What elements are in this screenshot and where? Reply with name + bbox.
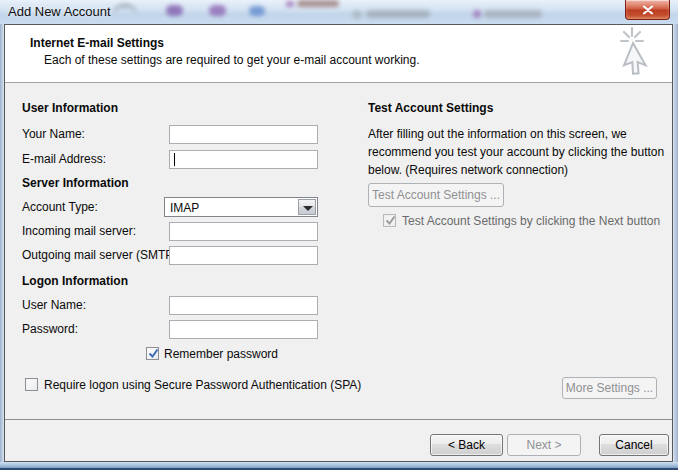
test-account-settings-button[interactable]: Test Account Settings ...: [368, 183, 504, 207]
blur-artifact: [286, 1, 294, 7]
blur-artifact: [112, 3, 138, 19]
blur-artifact: [366, 10, 430, 18]
back-button[interactable]: < Back: [430, 434, 503, 456]
blur-artifact: [209, 5, 226, 16]
test-on-next-label: Test Account Settings by clicking the Ne…: [402, 214, 660, 228]
account-type-label: Account Type:: [22, 200, 98, 214]
window-frame-right: [673, 24, 678, 462]
chevron-down-icon: [303, 206, 313, 211]
window-frame-bottom: [0, 462, 678, 470]
titlebar[interactable]: Add New Account: [0, 0, 678, 24]
account-type-value: IMAP: [170, 201, 199, 215]
password-label: Password:: [22, 322, 78, 336]
incoming-server-label: Incoming mail server:: [22, 224, 136, 238]
user-name-label: User Name:: [22, 298, 86, 312]
blur-artifact: [473, 10, 481, 18]
text-caret: [174, 153, 175, 166]
section-server-information: Server Information: [22, 176, 129, 190]
remember-password-checkbox[interactable]: [146, 347, 159, 360]
section-logon-information: Logon Information: [22, 274, 128, 288]
blur-artifact: [352, 10, 362, 19]
wizard-header: Internet E-mail Settings Each of these s…: [5, 25, 672, 83]
account-type-dropdown[interactable]: IMAP: [164, 197, 318, 217]
dropdown-button[interactable]: [298, 199, 316, 215]
blur-artifact: [484, 10, 542, 18]
password-input[interactable]: [169, 320, 318, 339]
email-address-label: E-mail Address:: [22, 152, 106, 166]
spa-label: Require logon using Secure Password Auth…: [44, 378, 361, 392]
test-description-line1: After filling out the information on thi…: [368, 127, 627, 141]
cursor-sparkle-icon: [618, 27, 666, 83]
test-description-line3: below. (Requires network connection): [368, 163, 568, 177]
section-test-account-settings: Test Account Settings: [368, 101, 493, 115]
outgoing-server-input[interactable]: [169, 246, 318, 265]
next-button[interactable]: Next >: [507, 434, 581, 456]
incoming-server-input[interactable]: [169, 222, 318, 241]
email-address-input[interactable]: [169, 150, 318, 169]
page-title: Internet E-mail Settings: [30, 36, 164, 50]
outgoing-server-label: Outgoing mail server (SMTP):: [22, 248, 181, 262]
cancel-button[interactable]: Cancel: [599, 434, 669, 456]
remember-password-label: Remember password: [164, 347, 278, 361]
footer-divider: [5, 419, 672, 420]
window-title: Add New Account: [8, 4, 111, 19]
your-name-label: Your Name:: [22, 127, 85, 141]
checkmark-icon: [384, 214, 397, 227]
close-button[interactable]: [625, 0, 670, 20]
spa-checkbox[interactable]: [25, 378, 38, 391]
test-description-line2: recommend you test your account by click…: [368, 145, 664, 159]
test-on-next-checkbox[interactable]: [383, 214, 396, 227]
user-name-input[interactable]: [169, 296, 318, 315]
add-new-account-dialog: Add New Account Internet E-mail Settings…: [0, 0, 678, 470]
blur-artifact: [249, 6, 265, 16]
section-user-information: User Information: [22, 101, 118, 115]
page-subtitle: Each of these settings are required to g…: [44, 53, 420, 67]
more-settings-button[interactable]: More Settings ...: [562, 377, 657, 399]
your-name-input[interactable]: [169, 125, 318, 144]
blur-artifact: [166, 5, 183, 16]
blur-artifact: [297, 0, 339, 7]
dialog-content: Internet E-mail Settings Each of these s…: [4, 24, 673, 462]
checkmark-icon: [147, 347, 160, 360]
close-icon: [642, 5, 653, 14]
